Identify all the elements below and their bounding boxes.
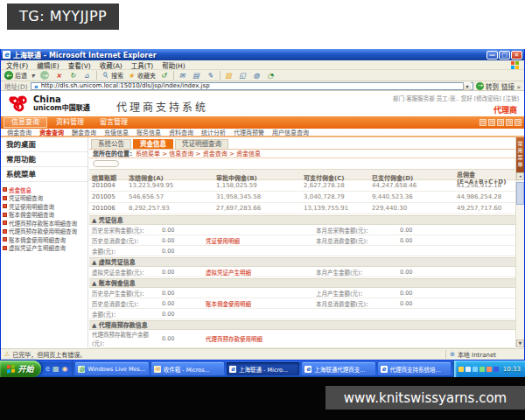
menu-item[interactable]: 收藏(A) (100, 60, 122, 70)
info-value: 0.00 (162, 237, 206, 244)
info-row: 余额(元)： 0.00 (89, 309, 515, 319)
filter-pill[interactable] (93, 160, 119, 167)
refresh-button[interactable]: ↻ (68, 71, 79, 80)
start-button[interactable]: 开始 (0, 360, 41, 377)
tray-shield-icon[interactable] (458, 367, 464, 372)
menu-item[interactable]: 编辑(E) (37, 60, 60, 70)
mail-button[interactable]: ✉ (178, 71, 188, 80)
breadcrumb-link[interactable]: 信息查询 (160, 150, 193, 158)
ie-quicklaunch-icon[interactable]: e (46, 365, 50, 373)
taskbar-window-button[interactable]: ◍ Windows Live Mes... (75, 362, 148, 375)
detail-link[interactable]: 凭证使用明细 (206, 236, 316, 245)
taskbar-window-button[interactable]: ✉ 收件箱 - Micros... (151, 362, 224, 375)
go-button[interactable]: → 转到 (476, 81, 499, 91)
links-label[interactable]: 链接 » (501, 81, 521, 91)
info-row: 余额(元)： 0.00 (89, 246, 515, 256)
nav-tab[interactable]: 资料管理 (49, 117, 91, 128)
breadcrumb-link[interactable]: 资金查询 (193, 150, 227, 158)
subnav-item[interactable]: 代理商预警 (234, 128, 264, 136)
info-row: 代理商预存款账户余额(元)： 0.00 代理商预存款使用明细 (89, 330, 515, 348)
navbar-tool-icon[interactable]: ❐ (480, 119, 486, 126)
tray-antivirus-icon[interactable] (494, 367, 499, 372)
back-dropdown[interactable]: ▾ (31, 71, 37, 80)
messenger-button[interactable]: ◍ (252, 71, 262, 80)
content-tab[interactable]: 资金信息 (133, 139, 173, 149)
content-tab[interactable]: 系统公告 (91, 139, 131, 149)
collapse-strip-icon[interactable]: ◂ (516, 172, 524, 180)
address-dropdown-icon[interactable]: ▾ (463, 82, 471, 90)
detail-link[interactable]: 代理商预存款使用明细 (206, 334, 316, 343)
side-strip-label[interactable]: 常用菜单 (516, 137, 524, 172)
navbar-tool-icon[interactable]: ❐ (506, 119, 513, 126)
back-button[interactable]: ← 后退 (4, 71, 27, 80)
breadcrumb-link[interactable]: 资金信息 (228, 150, 261, 158)
tray-volume-icon[interactable] (466, 367, 471, 372)
media-player-icon[interactable]: ◉ (61, 365, 67, 373)
sidebar-section-header[interactable]: 我的桌面 (1, 137, 88, 152)
sidebar-item[interactable]: 资金信息 (3, 186, 86, 194)
search-button[interactable]: ⚲ 搜索 (101, 71, 123, 80)
print-button[interactable]: ▤ (192, 71, 202, 80)
tray-update-icon[interactable] (486, 367, 492, 372)
info-label-right: 本月总消费金额(元)： (316, 299, 400, 308)
sidebar-item[interactable]: 凭证使用明细查询 (3, 202, 86, 211)
content-tab[interactable]: 凭证明细查询 (175, 139, 228, 149)
cell-total: 61,256,912.18 (454, 182, 515, 189)
edit-button[interactable]: ✎ (206, 71, 216, 80)
address-input[interactable]: e http://dls.sh.unicom.local:15010/dls/j… (31, 82, 473, 90)
taskbar-window-button[interactable]: e 上海联通 - Micro... (227, 362, 299, 375)
forward-button[interactable]: → (40, 71, 51, 80)
subnav-item[interactable]: 统计分析 (201, 128, 226, 136)
system-title: 代理商支持系统 (116, 99, 208, 114)
tray-network-icon[interactable] (472, 367, 478, 372)
navbar-tool-icon[interactable]: ❐ (497, 119, 504, 126)
show-desktop-icon[interactable]: ▦ (52, 365, 60, 373)
sidebar-item[interactable]: 凭证明细查询 (3, 194, 86, 203)
maximize-button[interactable]: ▢ (499, 51, 510, 60)
taskbar-window-button[interactable]: e 代理商支持系统培... (378, 362, 451, 375)
discuss-button[interactable]: ◔ (266, 71, 276, 80)
sidebar-item[interactable]: 代理商预存款使用明细查询 (3, 228, 86, 236)
minimize-button[interactable]: — (486, 51, 498, 60)
menu-item[interactable]: 文件(F) (6, 60, 28, 70)
subnav-item[interactable]: 资料查询 (169, 128, 193, 136)
close-button[interactable]: ✕ (511, 51, 522, 60)
sidebar-section-header[interactable]: 系统菜单 (1, 167, 88, 182)
subnav-item[interactable]: 账务信息 (136, 128, 161, 136)
navbar-tool-icon[interactable]: ❐ (488, 119, 495, 126)
subnav-item[interactable]: 资金查询 (39, 128, 64, 136)
info-value: 0.00 (162, 311, 206, 318)
breadcrumb-link[interactable]: 系统菜单 (136, 150, 160, 158)
scroll-down-icon[interactable]: ▼ (516, 340, 524, 347)
detail-link[interactable]: 虚拟凭证产生明细 (206, 268, 316, 276)
clock[interactable]: 10:33 (503, 366, 521, 373)
subnav-item[interactable]: 酬金查询 (72, 128, 96, 136)
sidebar-item[interactable]: 代理商预存款账本明细查询 (3, 219, 86, 228)
detail-link[interactable]: 账本佣金使用明细 (206, 299, 316, 308)
taskbar-window-button[interactable]: e 上海联通代理商支... (302, 362, 374, 375)
sidebar-item[interactable]: 账本佣金使用明细查询 (3, 235, 86, 244)
subnav-item[interactable]: 用户信息查询 (272, 128, 309, 136)
nav-tab[interactable]: 信息查询 (4, 117, 47, 128)
fullscreen-button[interactable]: ◱ (238, 71, 248, 80)
folder-button[interactable]: ▨ (224, 71, 234, 80)
sidebar-item[interactable]: 虚拟凭证产生明细查询 (3, 244, 86, 253)
sidebar-section-header[interactable]: 常用功能 (1, 152, 88, 167)
navbar-tool-icon[interactable]: ❐ (514, 119, 522, 126)
scrollbar-thumb[interactable] (516, 182, 524, 205)
subnav-item[interactable]: 佣金查询 (7, 128, 32, 136)
home-button[interactable]: ⌂ (82, 71, 93, 80)
tray-messenger-icon[interactable] (480, 367, 485, 372)
history-button[interactable]: ↺ (159, 71, 170, 80)
subnav-item[interactable]: 充值信息 (104, 128, 129, 136)
info-row: 历史总消费金(元)： 0.00 账本佣金使用明细 本月总消费金额(元)： 0.0… (89, 298, 515, 309)
stop-button[interactable]: × (54, 71, 65, 80)
sidebar-item[interactable]: 账本佣金明细查询 (3, 211, 86, 220)
right-side-strip: 常用菜单 ◂ ▼ (515, 137, 524, 347)
menu-item[interactable]: 帮助(H) (162, 60, 186, 70)
favorites-button[interactable]: ★ 收藏夹 (127, 71, 156, 80)
menu-item[interactable]: 工具(T) (131, 60, 153, 70)
nav-tab[interactable]: 留言管理 (93, 117, 135, 128)
scrollbar-track[interactable] (516, 180, 524, 340)
menu-item[interactable]: 查看(V) (68, 60, 91, 70)
